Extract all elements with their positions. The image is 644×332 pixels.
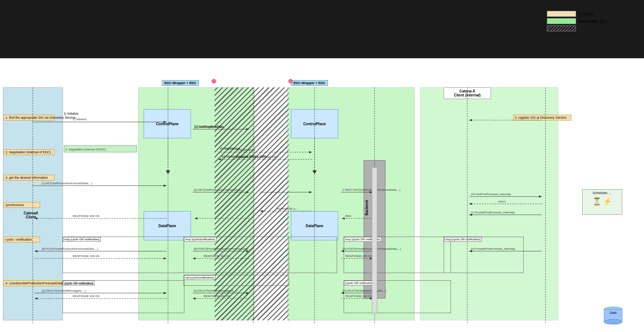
seq-cyclic: cyclic / notification	[4, 237, 40, 242]
scheduler-box: Scheduler, ... ⏳ ⚡	[582, 189, 622, 215]
seq-unsubscribe-text: 4. UnsubscribeProductionForecastData	[5, 281, 63, 285]
catena-client-text: CatenaXClient	[24, 211, 38, 219]
catena-client-label: CatenaXClient	[7, 211, 55, 219]
seq-register-sis-text: 0. register SIS at Discovery Service	[515, 116, 567, 119]
edc-header-right-label: EDC-Wrapper + EDC	[293, 81, 325, 85]
data-cylinder: Data	[602, 307, 624, 325]
hourglass-icon: ⏳	[592, 197, 601, 206]
legend-customer-label: Customer	[578, 12, 594, 16]
svg-point-2	[604, 319, 622, 324]
diagram-container: ControlPlane DataPlane ControlPlane Data…	[0, 58, 644, 332]
controlplane-right-box: ControlPlane	[291, 109, 338, 138]
dataplane-right-box: DataPlane	[291, 211, 338, 240]
loop-label-right-cyclic: loop [cyclic OR notification]	[344, 237, 382, 242]
controlplane-left-label: ControlPlane	[156, 122, 179, 126]
seq-cyclic-text: cyclic / notification	[5, 238, 32, 241]
legend-hatched-box	[547, 25, 576, 31]
controlplane-left-box: ControlPlane	[144, 109, 191, 138]
edc-header-left-label: EDC-Wrapper + EDC	[164, 81, 196, 85]
seq-get-info-text: 3. get the desired information	[5, 176, 48, 179]
seq-synchronous: synchronous	[4, 202, 40, 208]
legend: Customer responsable: EDC	[547, 11, 608, 31]
loop-label-mid: loop [cyclic|notification]	[184, 237, 217, 242]
pink-circle-left	[212, 79, 216, 83]
seq-negotiation: 2. Negotiation (internal of EDC)	[4, 149, 55, 155]
catena-x-internal-label: Catena-XClient (internal)	[454, 89, 480, 97]
data-label: Data	[602, 311, 624, 315]
legend-customer: Customer	[547, 11, 608, 17]
loop-label-unsub-right: [cyclic OR notification]	[344, 281, 376, 285]
dataplane-left-label: DataPlane	[159, 224, 176, 228]
loop-frame-unsub-left: [cyclic OR notification]	[63, 280, 184, 313]
seq-synchronous-text: synchronous	[5, 203, 24, 207]
loop-frame-unsub-right: [cyclic OR notification]	[344, 280, 451, 313]
pink-circle-right	[288, 79, 293, 83]
legend-hatched	[547, 25, 608, 31]
seq-register-sis: 0. register SIS at Discovery Service	[513, 115, 571, 120]
controlplane-right-label: ControlPlane	[303, 122, 326, 126]
catena-x-internal-box: Catena-XClient (internal)	[444, 87, 491, 99]
backend-label: Backend	[373, 222, 377, 237]
data-cylinder-svg	[602, 307, 624, 325]
seq-negotiation-text: 2. Negotiation (internal of EDC)	[5, 150, 51, 154]
loop-frame-right-cyclic: loop [cyclic OR notification]	[344, 237, 451, 273]
dataplane-right-label: DataPlane	[306, 224, 323, 228]
edc-header-left: EDC-Wrapper + EDC	[162, 80, 199, 86]
legend-edc-label: responsable: EDC	[578, 19, 608, 23]
seq-get-info: 3. get the desired information	[4, 175, 55, 181]
lightning-icon: ⚡	[603, 197, 612, 206]
legend-customer-box	[547, 11, 576, 17]
loop-frame-far-right: loop [cyclic OR notification]	[444, 237, 524, 273]
loop-label-unsub-left: [cyclic OR notification]	[63, 281, 95, 285]
legend-edc-box	[547, 18, 576, 24]
legend-edc: responsable: EDC	[547, 18, 608, 24]
backend-text-label: Backend	[365, 200, 369, 216]
edc-header-right: EDC-Wrapper + EDC	[291, 80, 328, 86]
opt-frame: opt [cyclic/notification]	[184, 275, 289, 286]
seq-find-sis-text: 1. find the appropriate SIS via Discover…	[5, 116, 76, 119]
dataplane-left-box: DataPlane	[144, 211, 191, 240]
scheduler-label: Scheduler, ...	[593, 191, 612, 195]
loop-label-far-right: loop [cyclic OR notification]	[444, 237, 482, 242]
opt-label: opt [cyclic/notification]	[184, 275, 215, 280]
seq-find-sis: 1. find the appropriate SIS via Discover…	[4, 115, 55, 120]
loop-label-left-cyclic: loop [cyclic OR notification]	[63, 237, 101, 242]
loop-frame-mid: loop [cyclic|notification]	[184, 237, 289, 273]
seq-unsubscribe: 4. UnsubscribeProductionForecastData	[4, 280, 62, 286]
backend-box: Backend	[364, 160, 385, 299]
